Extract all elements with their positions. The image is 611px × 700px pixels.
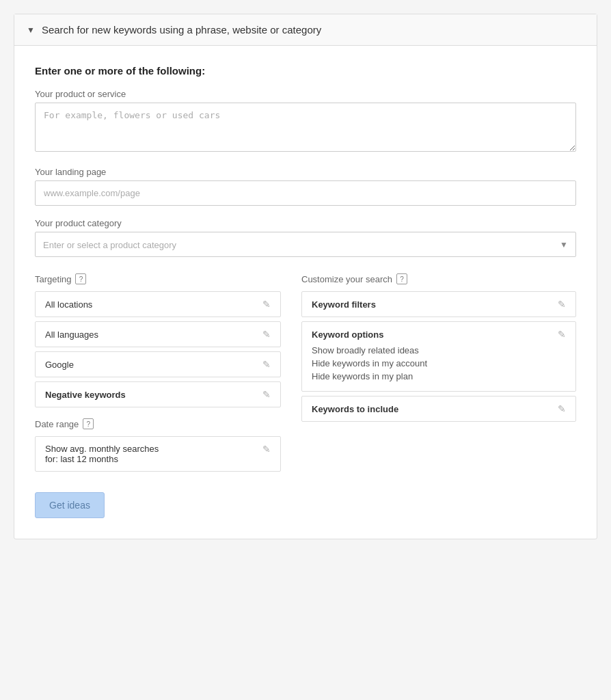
languages-label: All languages — [45, 329, 98, 340]
edit-keyword-filters-icon[interactable]: ✎ — [558, 299, 566, 310]
edit-keyword-options-icon[interactable]: ✎ — [558, 329, 566, 340]
product-label: Your product or service — [35, 89, 576, 99]
date-range-option[interactable]: Show avg. monthly searches for: last 12 … — [35, 436, 281, 472]
targeting-option-languages[interactable]: All languages ✎ — [35, 321, 281, 347]
edit-languages-icon[interactable]: ✎ — [262, 329, 271, 340]
main-content: Enter one or more of the following: Your… — [14, 46, 597, 539]
targeting-option-negative-keywords[interactable]: Negative keywords ✎ — [35, 381, 281, 407]
chevron-down-icon: ▼ — [27, 25, 35, 35]
keyword-option-account: Hide keywords in my account — [312, 358, 566, 368]
google-label: Google — [45, 360, 74, 370]
targeting-column: Targeting ? All locations ✎ All language… — [35, 273, 281, 476]
main-container: ▼ Search for new keywords using a phrase… — [14, 14, 597, 539]
get-ideas-button[interactable]: Get ideas — [35, 492, 105, 518]
keyword-options-box: Keyword options ✎ Show broadly related i… — [301, 321, 576, 392]
product-category-label: Your product category — [35, 218, 576, 228]
customize-title: Customize your search — [301, 274, 392, 284]
keyword-options-list: Show broadly related ideas Hide keywords… — [312, 345, 566, 381]
targeting-help-icon[interactable]: ? — [75, 273, 86, 284]
keyword-options-header: Keyword options ✎ — [312, 329, 566, 340]
landing-page-label: Your landing page — [35, 167, 576, 177]
date-range-value: Show avg. monthly searches for: last 12 … — [45, 444, 159, 464]
targeting-option-locations[interactable]: All locations ✎ — [35, 291, 281, 317]
edit-date-range-icon[interactable]: ✎ — [262, 444, 271, 455]
keyword-filters-label: Keyword filters — [312, 299, 376, 310]
targeting-header: Targeting ? — [35, 273, 281, 284]
form-section-label: Enter one or more of the following: — [35, 65, 576, 77]
category-select[interactable] — [35, 232, 576, 257]
date-range-header: Date range ? — [35, 418, 281, 429]
locations-label: All locations — [45, 299, 92, 310]
product-input[interactable] — [35, 103, 576, 152]
targeting-option-google[interactable]: Google ✎ — [35, 351, 281, 377]
section-title: Search for new keywords using a phrase, … — [42, 24, 321, 36]
edit-google-icon[interactable]: ✎ — [262, 359, 271, 370]
keyword-option-plan: Hide keywords in my plan — [312, 371, 566, 381]
targeting-title: Targeting — [35, 274, 71, 284]
edit-locations-icon[interactable]: ✎ — [262, 299, 271, 310]
category-select-wrapper: ▼ Enter or select a product category — [35, 232, 576, 257]
date-range-section: Date range ? Show avg. monthly searches … — [35, 418, 281, 472]
keywords-to-include-label: Keywords to include — [312, 404, 398, 414]
date-range-help-icon[interactable]: ? — [83, 418, 94, 429]
customize-column: Customize your search ? Keyword filters … — [301, 273, 576, 476]
product-category-field-group: Your product category ▼ Enter or select … — [35, 218, 576, 257]
keyword-option-broadly: Show broadly related ideas — [312, 345, 566, 355]
landing-page-field-group: Your landing page — [35, 167, 576, 206]
product-field-group: Your product or service — [35, 89, 576, 154]
keywords-to-include-option[interactable]: Keywords to include ✎ — [301, 396, 576, 422]
two-col-section: Targeting ? All locations ✎ All language… — [35, 273, 576, 476]
customize-help-icon[interactable]: ? — [396, 273, 407, 284]
edit-keywords-to-include-icon[interactable]: ✎ — [558, 403, 566, 414]
keyword-options-title: Keyword options — [312, 329, 383, 340]
collapsible-header[interactable]: ▼ Search for new keywords using a phrase… — [14, 14, 597, 46]
negative-keywords-label: Negative keywords — [45, 390, 126, 400]
edit-negative-keywords-icon[interactable]: ✎ — [262, 389, 271, 400]
customize-header: Customize your search ? — [301, 273, 576, 284]
landing-page-input[interactable] — [35, 180, 576, 206]
keyword-filters-option[interactable]: Keyword filters ✎ — [301, 291, 576, 317]
date-range-title: Date range — [35, 419, 79, 429]
